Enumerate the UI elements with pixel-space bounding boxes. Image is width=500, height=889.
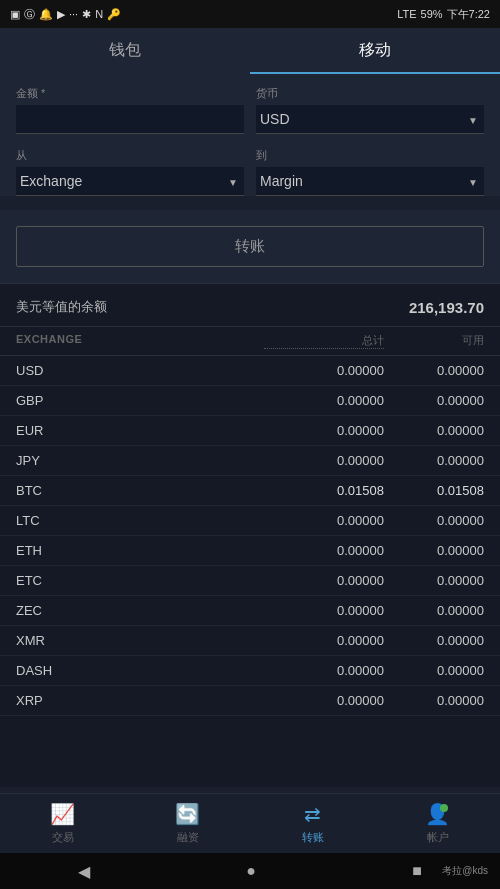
status-icon-5: ··· [69, 8, 78, 20]
row-name: BTC [16, 483, 264, 498]
table-row: GBP0.000000.00000 [0, 386, 500, 416]
row-total: 0.00000 [264, 573, 384, 588]
android-bar: ◀ ● ■ 考拉@kds [0, 853, 500, 889]
status-icon-2: Ⓖ [24, 7, 35, 22]
status-battery: 59% [421, 8, 443, 20]
row-total: 0.00000 [264, 363, 384, 378]
section-label: EXCHANGE [16, 333, 264, 349]
status-icon-1: ▣ [10, 8, 20, 21]
nav-account-label: 帐户 [427, 830, 449, 845]
row-available: 0.00000 [384, 603, 484, 618]
android-label: 考拉@kds [442, 864, 488, 878]
row-total: 0.00000 [264, 633, 384, 648]
form-row-1: 金额 * 货币 USD [16, 86, 484, 134]
row-available: 0.00000 [384, 573, 484, 588]
status-right: LTE 59% 下午7:22 [397, 7, 490, 22]
tab-move[interactable]: 移动 [250, 28, 500, 74]
table-rows: USD0.000000.00000GBP0.000000.00000EUR0.0… [0, 356, 500, 716]
status-icon-6: ✱ [82, 8, 91, 21]
to-label: 到 [256, 148, 484, 163]
form-row-2: 从 Exchange 到 Margin [16, 148, 484, 196]
row-total: 0.00000 [264, 513, 384, 528]
account-icon-wrapper: 👤 [425, 802, 450, 826]
amount-input[interactable] [16, 105, 244, 134]
balance-section: 美元等值的余额 216,193.70 [0, 283, 500, 327]
row-name: DASH [16, 663, 264, 678]
table-row: XMR0.000000.00000 [0, 626, 500, 656]
to-group: 到 Margin [256, 148, 484, 196]
row-available: 0.00000 [384, 693, 484, 708]
balance-value: 216,193.70 [409, 299, 484, 316]
from-select-wrapper: Exchange [16, 167, 244, 196]
from-select[interactable]: Exchange [16, 167, 244, 196]
tab-wallet[interactable]: 钱包 [0, 28, 250, 74]
table-row: XRP0.000000.00000 [0, 686, 500, 716]
table-row: ETH0.000000.00000 [0, 536, 500, 566]
back-button[interactable]: ◀ [78, 862, 90, 881]
status-icon-3: 🔔 [39, 8, 53, 21]
transfer-icon: ⇄ [304, 802, 321, 826]
row-total: 0.00000 [264, 453, 384, 468]
row-total: 0.00000 [264, 663, 384, 678]
row-available: 0.00000 [384, 633, 484, 648]
amount-label: 金额 * [16, 86, 244, 101]
balance-label: 美元等值的余额 [16, 298, 107, 316]
table-row: JPY0.000000.00000 [0, 446, 500, 476]
nav-trade[interactable]: 📈 交易 [0, 802, 125, 845]
table-row: DASH0.000000.00000 [0, 656, 500, 686]
exchange-table: EXCHANGE 总计 可用 USD0.000000.00000GBP0.000… [0, 327, 500, 787]
row-name: XRP [16, 693, 264, 708]
currency-label: 货币 [256, 86, 484, 101]
status-lte: LTE [397, 8, 416, 20]
status-left: ▣ Ⓖ 🔔 ▶ ··· ✱ N 🔑 [10, 7, 121, 22]
status-time: 下午7:22 [447, 7, 490, 22]
row-name: LTC [16, 513, 264, 528]
from-label: 从 [16, 148, 244, 163]
row-available: 0.00000 [384, 453, 484, 468]
nav-finance[interactable]: 🔄 融资 [125, 802, 250, 845]
row-name: XMR [16, 633, 264, 648]
row-total: 0.00000 [264, 393, 384, 408]
row-name: ETC [16, 573, 264, 588]
nav-transfer-label: 转账 [302, 830, 324, 845]
row-total: 0.00000 [264, 543, 384, 558]
row-available: 0.00000 [384, 663, 484, 678]
row-available: 0.00000 [384, 423, 484, 438]
row-total: 0.00000 [264, 603, 384, 618]
table-row: USD0.000000.00000 [0, 356, 500, 386]
currency-select-wrapper: USD [256, 105, 484, 134]
to-select-wrapper: Margin [256, 167, 484, 196]
nav-finance-label: 融资 [177, 830, 199, 845]
to-select[interactable]: Margin [256, 167, 484, 196]
table-row: ETC0.000000.00000 [0, 566, 500, 596]
form-area: 金额 * 货币 USD 从 Exchange 到 [0, 74, 500, 196]
nav-account[interactable]: 👤 帐户 [375, 802, 500, 845]
tab-header: 钱包 移动 [0, 28, 500, 74]
table-row: EUR0.000000.00000 [0, 416, 500, 446]
row-total: 0.01508 [264, 483, 384, 498]
trade-icon: 📈 [50, 802, 75, 826]
status-icon-7: N [95, 8, 103, 20]
transfer-btn-row: 转账 [0, 210, 500, 283]
table-row: ZEC0.000000.00000 [0, 596, 500, 626]
row-available: 0.01508 [384, 483, 484, 498]
table-row: BTC0.015080.01508 [0, 476, 500, 506]
amount-group: 金额 * [16, 86, 244, 134]
account-online-dot [440, 804, 448, 812]
currency-select[interactable]: USD [256, 105, 484, 134]
from-group: 从 Exchange [16, 148, 244, 196]
bottom-nav: 📈 交易 🔄 融资 ⇄ 转账 👤 帐户 [0, 793, 500, 853]
row-available: 0.00000 [384, 393, 484, 408]
header-total: 总计 [264, 333, 384, 349]
table-header-row: EXCHANGE 总计 可用 [0, 327, 500, 356]
home-button[interactable]: ● [246, 862, 256, 880]
transfer-button[interactable]: 转账 [16, 226, 484, 267]
row-name: USD [16, 363, 264, 378]
header-available: 可用 [384, 333, 484, 349]
nav-transfer[interactable]: ⇄ 转账 [250, 802, 375, 845]
row-total: 0.00000 [264, 693, 384, 708]
recents-button[interactable]: ■ [412, 862, 422, 880]
row-name: EUR [16, 423, 264, 438]
finance-icon: 🔄 [175, 802, 200, 826]
status-bar: ▣ Ⓖ 🔔 ▶ ··· ✱ N 🔑 LTE 59% 下午7:22 [0, 0, 500, 28]
